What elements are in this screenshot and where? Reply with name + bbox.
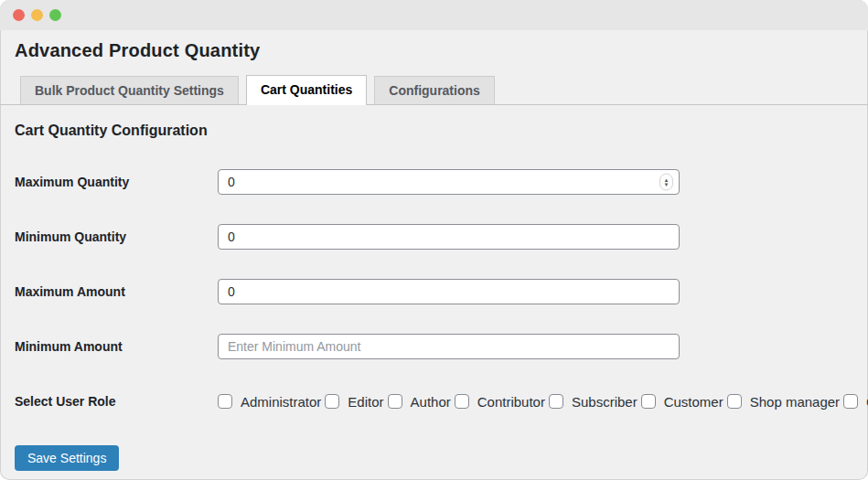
form-row-user-roles: Select User Role Administrator Editor Au…: [15, 389, 853, 414]
role-guest-checkbox[interactable]: [843, 394, 858, 409]
close-window-button[interactable]: [13, 9, 25, 21]
tab-configurations[interactable]: Configurations: [374, 76, 495, 104]
save-settings-button[interactable]: Save Settings: [15, 445, 119, 471]
tab-bar: Bulk Product Quantity Settings Cart Quan…: [0, 75, 868, 105]
form-row-minimum-quantity: Minimum Quantity: [15, 224, 853, 250]
minimum-amount-input[interactable]: [218, 334, 680, 359]
minimum-quantity-input[interactable]: [218, 224, 680, 250]
form-row-maximum-quantity: Maximum Quantity ▲▼: [15, 169, 853, 195]
maximum-quantity-label: Maximum Quantity: [15, 175, 218, 189]
role-customer-label[interactable]: Customer: [664, 394, 723, 410]
role-subscriber-checkbox[interactable]: [549, 394, 563, 409]
role-shop-manager-label[interactable]: Shop manager: [750, 394, 840, 410]
zoom-window-button[interactable]: [49, 9, 61, 21]
role-author-checkbox[interactable]: [388, 394, 402, 409]
form-row-maximum-amount: Maximum Amount: [15, 279, 853, 304]
tab-panel-cart-quantities: Cart Quantity Configuration Maximum Quan…: [0, 122, 868, 471]
role-author[interactable]: Author: [388, 394, 451, 410]
number-stepper-icon[interactable]: ▲▼: [659, 174, 673, 191]
role-editor[interactable]: Editor: [325, 394, 383, 410]
role-administrator-checkbox[interactable]: [218, 394, 232, 409]
minimum-amount-label: Minimum Amount: [15, 339, 218, 354]
minimize-window-button[interactable]: [31, 9, 43, 21]
role-customer-checkbox[interactable]: [641, 394, 656, 409]
user-role-checkbox-group: Administrator Editor Author Contributor …: [218, 394, 868, 410]
role-administrator[interactable]: Administrator: [218, 394, 321, 410]
tab-bulk-product-quantity-settings[interactable]: Bulk Product Quantity Settings: [20, 76, 239, 104]
role-guest[interactable]: Guest: [843, 394, 868, 410]
maximum-quantity-input[interactable]: [218, 169, 680, 195]
minimum-quantity-label: Minimum Quantity: [15, 229, 218, 244]
role-editor-label[interactable]: Editor: [348, 394, 383, 410]
role-contributor-label[interactable]: Contributor: [477, 394, 545, 410]
section-heading: Cart Quantity Configuration: [15, 122, 853, 139]
app-window: Advanced Product Quantity Bulk Product Q…: [0, 0, 868, 480]
role-contributor[interactable]: Contributor: [455, 394, 545, 410]
role-contributor-checkbox[interactable]: [455, 394, 469, 409]
titlebar: [0, 0, 868, 30]
page-title: Advanced Product Quantity: [15, 38, 853, 63]
role-author-label[interactable]: Author: [411, 394, 451, 410]
role-subscriber[interactable]: Subscriber: [549, 394, 638, 410]
role-shop-manager-checkbox[interactable]: [727, 394, 742, 409]
maximum-amount-input[interactable]: [218, 279, 680, 304]
role-shop-manager[interactable]: Shop manager: [727, 394, 840, 410]
role-administrator-label[interactable]: Administrator: [241, 394, 321, 410]
select-user-role-label: Select User Role: [15, 394, 218, 409]
form-row-minimum-amount: Minimum Amount: [15, 334, 853, 359]
traffic-lights: [13, 9, 61, 21]
role-subscriber-label[interactable]: Subscriber: [572, 394, 638, 410]
role-editor-checkbox[interactable]: [325, 394, 339, 409]
maximum-amount-label: Maximum Amount: [15, 284, 218, 299]
role-customer[interactable]: Customer: [641, 394, 723, 410]
tab-cart-quantities[interactable]: Cart Quantities: [246, 75, 367, 105]
